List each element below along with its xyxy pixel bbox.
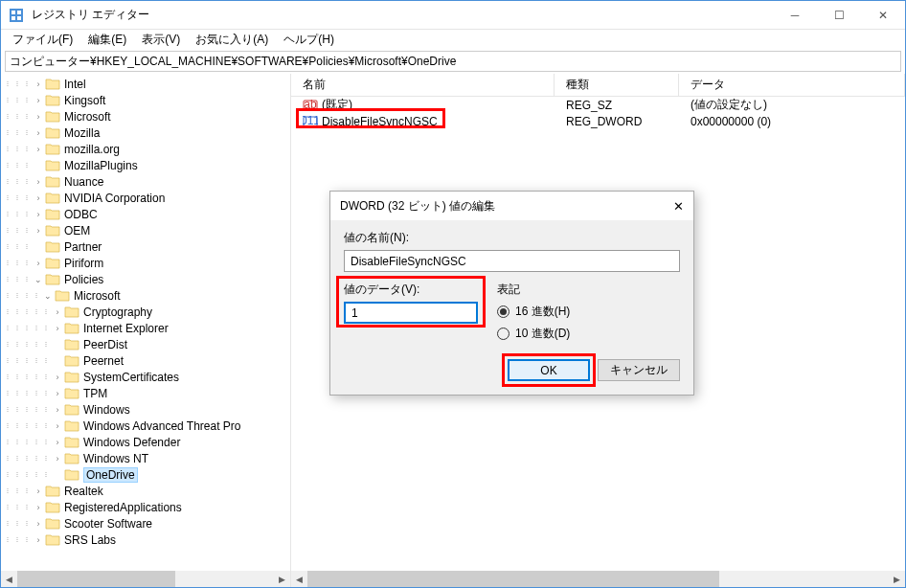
chevron-icon[interactable]: ›	[51, 373, 64, 382]
tree-item[interactable]: ⋮⋮⋮⋮⌄Microsoft	[3, 287, 290, 304]
radio-hex[interactable]: 16 進数(H)	[497, 304, 570, 320]
tree-item[interactable]: ⋮⋮⋮⋮⋮PeerDist	[3, 336, 290, 352]
tree-item[interactable]: ⋮⋮⋮›Piriform	[3, 255, 290, 271]
tree-item-label: PeerDist	[83, 338, 127, 351]
name-field[interactable]	[344, 250, 680, 272]
minimize-button[interactable]: ─	[773, 1, 817, 30]
tree-item[interactable]: ⋮⋮⋮›Scooter Software	[3, 515, 290, 531]
close-button[interactable]: ✕	[861, 1, 905, 30]
ok-button[interactable]: OK	[508, 359, 590, 381]
tree-item[interactable]: ⋮⋮⋮›Nuance	[3, 173, 290, 190]
address-bar[interactable]: コンピューター¥HKEY_LOCAL_MACHINE¥SOFTWARE¥Poli…	[5, 51, 901, 72]
tree-item[interactable]: ⋮⋮⋮›OEM	[3, 222, 290, 238]
chevron-icon[interactable]: ›	[32, 259, 45, 268]
menu-help[interactable]: ヘルプ(H)	[278, 30, 340, 50]
list-row[interactable]: ab(既定)REG_SZ(値の設定なし)	[291, 97, 905, 113]
tree-item[interactable]: ⋮⋮⋮⋮⋮›Internet Explorer	[3, 320, 290, 336]
tree-item[interactable]: ⋮⋮⋮›Intel	[3, 76, 290, 92]
tree-item[interactable]: ⋮⋮⋮›NVIDIA Corporation	[3, 190, 290, 206]
tree-item[interactable]: ⋮⋮⋮›Microsoft	[3, 108, 290, 124]
col-name[interactable]: 名前	[291, 74, 555, 96]
chevron-icon[interactable]: ›	[32, 112, 45, 122]
chevron-icon[interactable]: ›	[32, 210, 45, 219]
radio-dec[interactable]: 10 進数(D)	[497, 326, 570, 342]
chevron-icon[interactable]: ›	[51, 405, 64, 415]
radio-icon	[497, 305, 510, 318]
tree-item-label: mozilla.org	[64, 143, 120, 156]
tree-item[interactable]: ⋮⋮⋮⋮⋮›TPM	[3, 385, 290, 401]
chevron-icon[interactable]: ›	[32, 79, 45, 89]
cancel-button[interactable]: キャンセル	[598, 359, 680, 381]
tree-item[interactable]: ⋮⋮⋮›mozilla.org	[3, 141, 290, 157]
scroll-thumb[interactable]	[17, 571, 175, 587]
chevron-icon[interactable]: ›	[32, 177, 45, 187]
tree-item-label: Intel	[64, 78, 86, 91]
tree-item-label: OneDrive	[83, 467, 138, 483]
chevron-icon[interactable]: ›	[32, 226, 45, 236]
tree-item[interactable]: ⋮⋮⋮›SRS Labs	[3, 531, 290, 548]
tree-item[interactable]: ⋮⋮⋮⌄Policies	[3, 271, 290, 287]
tree-item[interactable]: ⋮⋮⋮›Mozilla	[3, 124, 290, 141]
data-field[interactable]	[344, 302, 478, 324]
folder-icon	[45, 208, 60, 220]
col-data[interactable]: データ	[679, 74, 905, 96]
tree-item[interactable]: ⋮⋮⋮›Realtek	[3, 483, 290, 499]
tree-item[interactable]: ⋮⋮⋮MozillaPlugins	[3, 157, 290, 173]
chevron-icon[interactable]: ›	[51, 389, 64, 398]
tree-item[interactable]: ⋮⋮⋮›Kingsoft	[3, 92, 290, 108]
chevron-icon[interactable]: ›	[32, 519, 45, 529]
chevron-icon[interactable]: ›	[32, 535, 45, 545]
tree-item[interactable]: ⋮⋮⋮⋮⋮OneDrive	[3, 466, 290, 483]
tree-item[interactable]: ⋮⋮⋮⋮⋮›SystemCertificates	[3, 369, 290, 385]
folder-icon	[45, 257, 60, 269]
value-name: (既定)	[322, 97, 352, 113]
tree-item[interactable]: ⋮⋮⋮⋮⋮›Windows NT	[3, 450, 290, 466]
chevron-icon[interactable]: ›	[32, 145, 45, 154]
tree-item[interactable]: ⋮⋮⋮⋮⋮›Windows Advanced Threat Pro	[3, 418, 290, 434]
chevron-icon[interactable]: ⌄	[32, 275, 45, 284]
scroll-right-icon[interactable]: ▶	[889, 571, 905, 587]
list-row[interactable]: 011DisableFileSyncNGSCREG_DWORD0x0000000…	[291, 113, 905, 129]
tree-item[interactable]: ⋮⋮⋮Partner	[3, 238, 290, 255]
chevron-icon[interactable]: ⌄	[41, 291, 55, 301]
chevron-icon[interactable]: ›	[32, 503, 45, 512]
chevron-icon[interactable]: ›	[32, 193, 45, 203]
menu-favorites[interactable]: お気に入り(A)	[190, 30, 274, 50]
dialog-titlebar[interactable]: DWORD (32 ビット) 値の編集 ✕	[330, 192, 693, 220]
tree-item[interactable]: ⋮⋮⋮⋮⋮›Cryptography	[3, 304, 290, 320]
folder-icon	[64, 338, 79, 351]
chevron-icon[interactable]: ›	[51, 438, 64, 447]
scroll-thumb[interactable]	[307, 571, 719, 587]
tree-item[interactable]: ⋮⋮⋮›RegisteredApplications	[3, 499, 290, 515]
tree-item-label: Windows Advanced Threat Pro	[83, 419, 241, 433]
tree-item-label: Windows	[83, 403, 130, 417]
chevron-icon[interactable]: ›	[51, 324, 64, 333]
chevron-icon[interactable]: ›	[51, 454, 64, 464]
tree-item[interactable]: ⋮⋮⋮⋮⋮›Windows	[3, 401, 290, 418]
chevron-icon[interactable]: ›	[32, 486, 45, 496]
tree-item[interactable]: ⋮⋮⋮›ODBC	[3, 206, 290, 222]
tree-scrollbar-h[interactable]: ◀ ▶	[1, 571, 290, 587]
folder-icon	[64, 452, 79, 464]
scroll-left-icon[interactable]: ◀	[291, 571, 307, 587]
tree-item[interactable]: ⋮⋮⋮⋮⋮›Windows Defender	[3, 434, 290, 450]
chevron-icon[interactable]: ›	[32, 96, 45, 105]
svg-rect-1	[11, 11, 15, 14]
list-scrollbar-h[interactable]: ◀ ▶	[291, 571, 905, 587]
menu-edit[interactable]: 編集(E)	[82, 30, 132, 50]
tree-item-label: Scooter Software	[64, 517, 152, 531]
chevron-icon[interactable]: ›	[51, 421, 64, 431]
chevron-icon[interactable]: ›	[32, 128, 45, 138]
data-label: 値のデータ(V):	[344, 282, 478, 298]
menu-file[interactable]: ファイル(F)	[7, 30, 79, 50]
col-type[interactable]: 種類	[555, 74, 679, 96]
dialog-close-button[interactable]: ✕	[655, 199, 684, 214]
tree-item[interactable]: ⋮⋮⋮⋮⋮Peernet	[3, 352, 290, 369]
folder-icon	[64, 403, 79, 416]
chevron-icon[interactable]: ›	[51, 307, 64, 317]
reg-dword-icon: 011	[303, 114, 318, 129]
scroll-right-icon[interactable]: ▶	[274, 571, 290, 587]
maximize-button[interactable]: ☐	[817, 1, 861, 30]
scroll-left-icon[interactable]: ◀	[1, 571, 17, 587]
menu-view[interactable]: 表示(V)	[136, 30, 186, 50]
